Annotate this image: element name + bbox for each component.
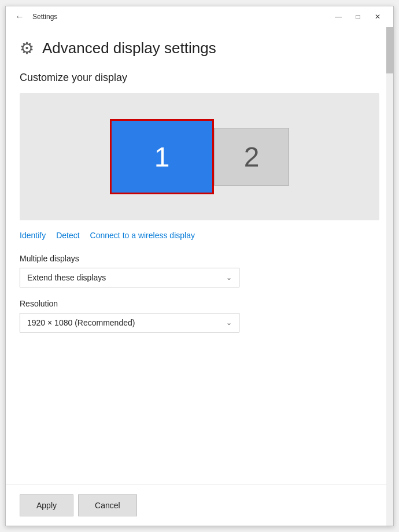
footer-buttons: Apply Cancel [6,485,393,526]
gear-icon: ⚙ [20,39,34,58]
scrollbar-thumb[interactable] [386,27,393,73]
multiple-displays-dropdown[interactable]: Extend these displays ⌄ [20,268,239,287]
monitor-1[interactable]: 1 [110,119,214,194]
connect-wireless-link[interactable]: Connect to a wireless display [90,231,195,240]
title-bar-controls: — □ ✕ [330,11,386,23]
title-bar: ← Settings — □ ✕ [6,6,393,27]
main-content: ⚙ Advanced display settings Customize yo… [6,27,393,485]
multiple-displays-label: Multiple displays [20,254,379,263]
maximize-button[interactable]: □ [349,11,367,23]
minimize-button[interactable]: — [330,11,347,23]
detect-link[interactable]: Detect [56,231,79,240]
display-preview-area: 1 2 [20,93,379,220]
resolution-label: Resolution [20,299,379,308]
page-title: Advanced display settings [42,39,216,57]
title-bar-left: ← Settings [13,9,57,24]
apply-button[interactable]: Apply [20,494,73,516]
section-title: Customize your display [20,72,379,84]
monitor-1-label: 1 [154,141,170,173]
close-button[interactable]: ✕ [369,11,386,23]
resolution-chevron: ⌄ [226,319,232,327]
multiple-displays-chevron: ⌄ [226,274,232,282]
resolution-dropdown[interactable]: 1920 × 1080 (Recommended) ⌄ [20,313,239,332]
multiple-displays-field: Multiple displays Extend these displays … [20,254,379,287]
resolution-field: Resolution 1920 × 1080 (Recommended) ⌄ [20,299,379,332]
identify-link[interactable]: Identify [20,231,46,240]
resolution-value: 1920 × 1080 (Recommended) [27,318,135,327]
display-monitors: 1 2 [110,119,289,194]
page-header: ⚙ Advanced display settings [20,39,379,58]
window-title: Settings [32,13,57,21]
settings-window: ← Settings — □ ✕ ⚙ Advanced display sett… [5,6,394,526]
scrollbar[interactable] [386,27,393,526]
back-button[interactable]: ← [13,9,27,24]
multiple-displays-value: Extend these displays [27,273,106,282]
cancel-button[interactable]: Cancel [78,494,137,516]
monitor-2-label: 2 [244,141,260,173]
links-row: Identify Detect Connect to a wireless di… [20,231,379,240]
monitor-2[interactable]: 2 [214,128,289,186]
